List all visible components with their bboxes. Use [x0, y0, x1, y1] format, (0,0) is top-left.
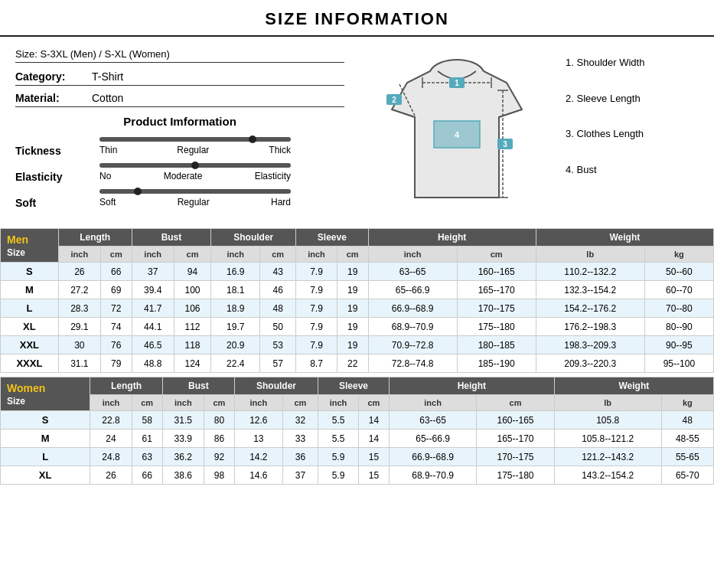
women-subheader-row: inch cm inch cm inch cm inch cm inch cm …	[1, 395, 714, 411]
data-cell: 74	[100, 318, 132, 336]
data-cell: 19	[337, 263, 368, 281]
soft-scale: Soft Regular Hard	[99, 186, 291, 207]
men-col-length: Length	[58, 229, 132, 247]
data-cell: 76	[100, 336, 132, 354]
data-cell: 105.8	[554, 411, 661, 430]
women-header-label: Women Size	[1, 377, 90, 411]
data-cell: 170--175	[477, 448, 555, 466]
data-cell: 165--170	[457, 281, 536, 299]
data-cell: 180--185	[457, 336, 536, 354]
data-cell: 31.5	[162, 411, 204, 430]
soft-indicator	[134, 188, 142, 195]
table-row: M246133.98613335.51465--66.9165--170105.…	[1, 430, 714, 448]
data-cell: 106	[174, 299, 211, 318]
tshirt-svg: 1 2 3 4	[373, 48, 541, 217]
data-cell: 14	[358, 411, 389, 430]
data-cell: 7.9	[296, 281, 337, 299]
table-row: S22.85831.58012.6325.51463--65160--16510…	[1, 411, 714, 430]
data-cell: 61	[132, 430, 162, 448]
data-cell: 94	[174, 263, 211, 281]
elasticity-scale-labels: No Moderate Elasticity	[99, 171, 291, 181]
table-row: XXXL31.17948.812422.4578.72272.8--74.818…	[1, 354, 714, 373]
data-cell: 50	[260, 318, 296, 336]
thickness-block: Tickness Thin Regular Thick	[15, 134, 344, 157]
data-cell: 43	[260, 263, 296, 281]
data-cell: 86	[204, 430, 234, 448]
data-cell: 110.2--132.2	[536, 263, 644, 281]
thickness-bar-bg	[99, 137, 291, 142]
data-cell: 22	[337, 354, 368, 373]
data-cell: 70--80	[644, 299, 713, 318]
data-cell: 37	[132, 263, 174, 281]
size-cell: XXL	[1, 336, 59, 354]
legend-item-2: 2. Sleeve Length	[566, 88, 703, 110]
data-cell: 26	[58, 263, 100, 281]
material-line: Material: Cotton	[15, 92, 344, 107]
data-cell: 160--165	[477, 411, 555, 430]
size-cell: L	[1, 299, 59, 318]
men-col-bust: Bust	[132, 229, 211, 247]
data-cell: 70.9--72.8	[368, 336, 457, 354]
data-cell: 33.9	[162, 430, 204, 448]
data-cell: 7.9	[296, 299, 337, 318]
elasticity-scale: No Moderate Elasticity	[99, 160, 291, 181]
thickness-label: Tickness	[15, 134, 77, 157]
data-cell: 175--180	[457, 318, 536, 336]
men-col-weight: Weight	[536, 229, 713, 247]
men-header-label: Men Size	[1, 229, 59, 263]
data-cell: 48	[260, 299, 296, 318]
data-cell: 80--90	[644, 318, 713, 336]
data-cell: 65-70	[661, 466, 713, 485]
data-cell: 29.1	[58, 318, 100, 336]
thickness-bar	[99, 136, 291, 143]
elasticity-indicator	[191, 162, 199, 169]
data-cell: 79	[100, 354, 132, 373]
data-cell: 12.6	[234, 411, 282, 430]
data-cell: 19	[337, 281, 368, 299]
men-col-height: Height	[368, 229, 536, 247]
data-cell: 19.7	[211, 318, 260, 336]
data-cell: 95--100	[644, 354, 713, 373]
data-cell: 72	[100, 299, 132, 318]
legend-item-1: 1. Shoulder Width	[566, 52, 703, 74]
size-cell: XL	[1, 466, 90, 485]
data-cell: 92	[204, 448, 234, 466]
data-cell: 63--65	[389, 411, 476, 430]
data-cell: 55-65	[661, 448, 713, 466]
soft-scale-labels: Soft Regular Hard	[99, 197, 291, 207]
data-cell: 37	[282, 466, 318, 485]
men-col-shoulder: Shoulder	[211, 229, 296, 247]
size-cell: XXXL	[1, 354, 59, 373]
soft-label: Soft	[15, 186, 77, 209]
men-table-section: Men Size Length Bust Shoulder Sleeve Hei…	[0, 228, 714, 373]
elasticity-block: Elasticity No Moderate Elasticity	[15, 160, 344, 183]
data-cell: 65--66.9	[389, 430, 476, 448]
size-cell: XL	[1, 318, 59, 336]
soft-bar-bg	[99, 189, 291, 194]
data-cell: 121.2--143.2	[554, 448, 661, 466]
data-cell: 36.2	[162, 448, 204, 466]
page-title: SIZE INFORMATION	[0, 0, 714, 37]
data-cell: 5.9	[318, 448, 359, 466]
women-table-section: Women Size Length Bust Shoulder Sleeve H…	[0, 377, 714, 485]
table-row: M27.26939.410018.1467.91965--66.9165--17…	[1, 281, 714, 299]
data-cell: 32	[282, 411, 318, 430]
legend-section: 1. Shoulder Width 2. Sleeve Length 3. Cl…	[562, 44, 706, 220]
women-col-sleeve: Sleeve	[318, 377, 390, 395]
category-value: T-Shirt	[92, 70, 123, 83]
legend-item-4: 4. Bust	[566, 159, 703, 181]
elasticity-bar	[99, 162, 291, 169]
data-cell: 100	[174, 281, 211, 299]
data-cell: 19	[337, 318, 368, 336]
thickness-scale-labels: Thin Regular Thick	[99, 145, 291, 155]
data-cell: 38.6	[162, 466, 204, 485]
data-cell: 7.9	[296, 318, 337, 336]
data-cell: 20.9	[211, 336, 260, 354]
data-cell: 18.9	[211, 299, 260, 318]
size-cell: S	[1, 263, 59, 281]
material-label: Material:	[15, 92, 84, 104]
data-cell: 175--180	[477, 466, 555, 485]
data-cell: 118	[174, 336, 211, 354]
data-cell: 8.7	[296, 354, 337, 373]
data-cell: 48	[661, 411, 713, 430]
